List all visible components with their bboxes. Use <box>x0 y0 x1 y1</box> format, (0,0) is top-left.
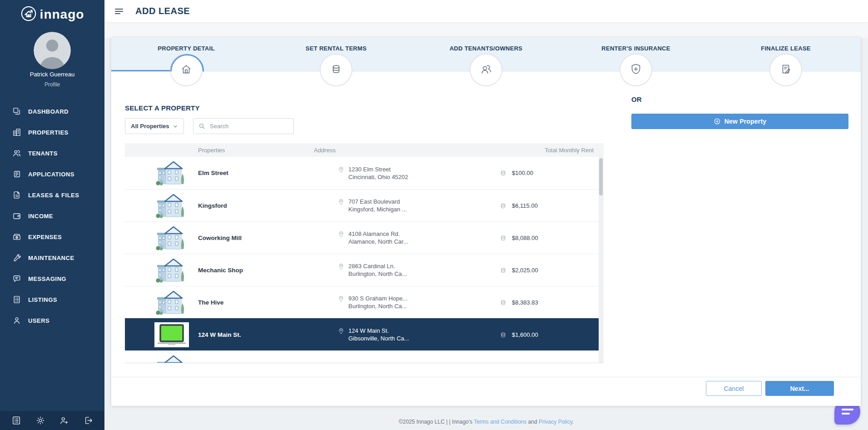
money-icon <box>500 299 507 306</box>
user-plus-icon[interactable] <box>59 415 69 426</box>
step-circle[interactable] <box>620 54 652 86</box>
cancel-button[interactable]: Cancel <box>706 381 762 396</box>
sidebar-item-label: LISTINGS <box>28 296 57 303</box>
property-row-kingsford[interactable]: Kingsford707 East BoulevardKingsford, Mi… <box>125 189 604 221</box>
sidebar-item-tenants[interactable]: TENANTS <box>0 143 104 164</box>
profile-link[interactable]: Profile <box>0 81 104 88</box>
gear-icon[interactable] <box>35 415 45 426</box>
property-address: 4108 Alamance Rd.Alamance, North Car... <box>348 230 408 245</box>
sidebar-item-properties[interactable]: PROPERTIES <box>0 122 104 143</box>
address-line-2: Burlington, North Ca... <box>348 270 407 278</box>
sidebar-item-applications[interactable]: APPLICATIONS <box>0 164 104 185</box>
sidebar-item-label: MESSAGING <box>28 275 66 282</box>
step-circle[interactable] <box>769 54 802 86</box>
monthly-rent-value: $100.00 <box>512 170 533 176</box>
column-address: Address <box>314 147 477 154</box>
topbar: ADD LEASE <box>104 0 868 22</box>
property-row-the-hive[interactable]: The Hive930 S Graham Hope...Burlington, … <box>125 286 604 318</box>
property-address: 1230 Elm StreetCincinnati, Ohio 45202 <box>348 165 408 181</box>
sidebar-item-messaging[interactable]: MESSAGING <box>0 268 104 289</box>
privacy-link[interactable]: Privacy Policy <box>539 419 572 425</box>
home-icon <box>179 62 193 78</box>
sidebar-item-label: TENANTS <box>28 150 58 157</box>
sidebar-item-dashboard[interactable]: DASHBOARD <box>0 101 104 122</box>
step-circle[interactable] <box>470 54 502 86</box>
house-illustration-icon <box>154 160 189 185</box>
monthly-rent-value: $8,088.00 <box>512 235 538 241</box>
innago-house-icon <box>20 5 37 24</box>
brand-name: innago <box>40 7 84 22</box>
sidebar-item-label: DASHBOARD <box>28 108 69 115</box>
column-total-monthly-rent: Total Monthly Rent <box>477 147 604 154</box>
step-finalize-lease[interactable]: FINALIZE LEASE <box>711 37 861 72</box>
sidebar-item-label: EXPENSES <box>28 234 62 240</box>
hamburger-icon[interactable] <box>114 6 124 17</box>
brand-logo[interactable]: innago <box>0 5 104 24</box>
topbar-subband <box>104 22 868 38</box>
search-input[interactable] <box>210 123 283 130</box>
next-button[interactable]: Next... <box>765 381 834 396</box>
logout-icon[interactable] <box>83 415 93 426</box>
map-pin-icon <box>337 166 345 173</box>
step-property-detail[interactable]: PROPERTY DETAIL <box>111 37 261 72</box>
map-pin-icon <box>337 230 345 238</box>
step-label: FINALIZE LEASE <box>711 45 861 52</box>
add-lease-card: PROPERTY DETAILSET RENTAL TERMSADD TENAN… <box>111 37 861 406</box>
person-silhouette-icon <box>34 32 71 69</box>
property-filter-dropdown[interactable]: All Properties <box>125 118 184 134</box>
footer-conjunction: and <box>528 419 537 425</box>
plus-circle-icon <box>714 118 721 125</box>
property-name: Mechanic Shop <box>198 267 314 274</box>
step-set-rental-terms[interactable]: SET RENTAL TERMS <box>261 37 411 72</box>
property-name: Coworking Mill <box>198 235 314 241</box>
sidebar-item-listings[interactable]: LISTINGS <box>0 289 104 310</box>
new-property-button[interactable]: New Property <box>631 114 848 129</box>
monthly-rent-value: $2,025.00 <box>512 267 538 274</box>
house-illustration-icon <box>154 225 189 250</box>
house-illustration-icon <box>154 355 189 364</box>
step-circle[interactable] <box>170 54 203 86</box>
address-line-1: 124 W Main St. <box>348 327 409 335</box>
table-scrollbar-thumb[interactable] <box>599 158 603 195</box>
address-line-2: Cincinnati, Ohio 45202 <box>348 173 408 181</box>
terms-link[interactable]: Terms and Conditions <box>474 419 526 425</box>
sidebar-item-income[interactable]: INCOME <box>0 205 104 226</box>
avatar[interactable] <box>34 32 71 69</box>
property-row-124-w-main-st[interactable]: 124 W Main St.124 W Main St.Gibsonville,… <box>125 318 604 350</box>
property-row-elm-street[interactable]: Elm Street1230 Elm StreetCincinnati, Ohi… <box>125 157 604 189</box>
money-icon <box>500 169 507 177</box>
shield-plus-icon <box>629 62 643 78</box>
step-label: SET RENTAL TERMS <box>261 45 411 52</box>
new-property-label: New Property <box>724 118 767 125</box>
property-filter-value: All Properties <box>131 123 169 130</box>
house-illustration-icon <box>154 290 189 315</box>
map-pin-icon <box>337 295 345 302</box>
page-title: ADD LEASE <box>135 6 190 16</box>
property-name: Kingsford <box>198 202 314 209</box>
sidebar-item-maintenance[interactable]: MAINTENANCE <box>0 247 104 268</box>
property-row-mechanic-shop[interactable]: Mechanic Shop2863 Cardinal Ln.Burlington… <box>125 254 604 286</box>
sidebar-item-users[interactable]: USERS <box>0 310 104 331</box>
step-renter-s-insurance[interactable]: RENTER'S INSURANCE <box>561 37 711 72</box>
step-add-tenants-owners[interactable]: ADD TENANTS/OWNERS <box>411 37 561 72</box>
sidebar-item-label: LEASES & FILES <box>28 192 79 199</box>
form-icon[interactable] <box>11 415 22 426</box>
sidebar-item-leases-files[interactable]: LEASES & FILES <box>0 185 104 205</box>
sidebar-item-label: USERS <box>28 317 50 324</box>
step-label: PROPERTY DETAIL <box>111 45 261 52</box>
address-line-1: 2863 Cardinal Ln. <box>348 262 407 270</box>
property-row-coworking-mill[interactable]: Coworking Mill4108 Alamance Rd.Alamance,… <box>125 221 604 254</box>
map-pin-icon <box>337 198 345 205</box>
sidebar-item-expenses[interactable]: EXPENSES <box>0 226 104 247</box>
table-scrollbar[interactable] <box>599 157 604 363</box>
step-circle[interactable] <box>320 54 352 86</box>
chevron-down-icon <box>173 124 178 129</box>
money-icon <box>500 234 507 242</box>
monthly-rent-value: $1,600.00 <box>512 331 538 338</box>
expenses-icon <box>12 232 21 241</box>
property-row-partial[interactable]: 331 Ward St... <box>125 350 604 363</box>
footer-period: . <box>572 419 574 425</box>
listings-icon <box>12 295 21 304</box>
map-pin-icon <box>337 263 345 270</box>
property-name: The Hive <box>198 299 314 306</box>
